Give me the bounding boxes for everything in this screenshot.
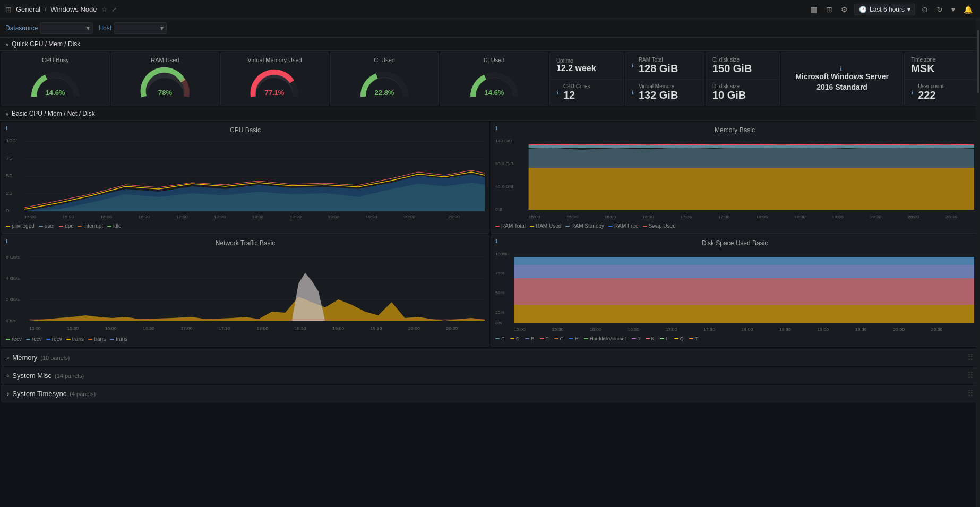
misc-dots-icon[interactable]: ⠿ <box>967 371 974 381</box>
memory-chart-info-icon: ℹ <box>495 125 497 131</box>
c-used-panel: C: Used 22.8% <box>330 52 439 106</box>
user-count-row: ℹ User count 222 <box>905 80 978 106</box>
c-disk-value: 150 GiB <box>712 63 752 75</box>
timesync-chevron: › <box>7 390 9 398</box>
host-select[interactable] <box>114 22 167 34</box>
timezone-label: Time zone <box>911 57 935 63</box>
svg-text:20:30: 20:30 <box>931 328 943 332</box>
svg-text:17:30: 17:30 <box>718 215 730 219</box>
bar-chart-icon[interactable]: ▥ <box>809 3 820 16</box>
svg-text:18:30: 18:30 <box>290 215 302 219</box>
timesync-dots-icon[interactable]: ⠿ <box>967 389 974 399</box>
info-icon-ram: ℹ <box>632 63 634 68</box>
more-options-icon[interactable]: ▾ <box>949 3 957 16</box>
quick-section-header[interactable]: ∨ Quick CPU / Mem / Disk <box>0 38 980 51</box>
cpu-legend: privileged user dpc interrupt idle <box>6 221 485 229</box>
scrollbar-thumb[interactable] <box>977 30 979 93</box>
svg-text:19:00: 19:00 <box>817 328 829 332</box>
charts-row-1: ℹ CPU Basic 100 75 50 25 0 <box>1 122 979 234</box>
svg-text:15:00: 15:00 <box>29 326 41 331</box>
windows-server-panel: ℹ Microsoft Windows Server 2016 Standard <box>781 52 903 106</box>
memory-legend: RAM Total RAM Used RAM Standby RAM Free … <box>495 221 974 229</box>
d-used-panel: D: Used 14.6% <box>440 52 548 106</box>
network-chart-title: Network Traffic Basic <box>6 239 485 247</box>
timesync-section-row[interactable]: › System Timesync (4 panels) ⠿ <box>1 385 979 402</box>
svg-text:15:30: 15:30 <box>67 326 79 331</box>
svg-text:16:30: 16:30 <box>143 326 155 331</box>
cpu-busy-title: CPU Busy <box>42 57 69 63</box>
share-icon[interactable]: ⤢ <box>111 6 117 13</box>
windows-combined: ℹ Microsoft Windows Server 2016 Standard… <box>781 52 979 106</box>
timezone-row: Time zone MSK <box>905 53 978 80</box>
svg-text:77.1%: 77.1% <box>265 89 285 97</box>
svg-text:17:00: 17:00 <box>180 326 193 331</box>
disk-chart-info-icon: ℹ <box>495 238 497 244</box>
cpu-cores-label: CPU Cores <box>563 83 590 89</box>
svg-text:19:00: 19:00 <box>328 215 340 219</box>
network-chart-info-icon: ℹ <box>6 238 8 244</box>
svg-marker-37 <box>529 168 974 210</box>
timezone-value: MSK <box>911 63 935 75</box>
memory-dots-icon[interactable]: ⠿ <box>967 353 974 363</box>
svg-text:15:00: 15:00 <box>24 215 37 219</box>
ram-used-svg: 78% <box>139 67 192 99</box>
svg-text:14.6%: 14.6% <box>484 89 504 97</box>
d-disk-value: 10 GiB <box>712 89 746 101</box>
svg-text:100: 100 <box>6 138 16 143</box>
misc-section-label: System Misc <box>12 372 51 380</box>
basic-section-title: Basic CPU / Mem / Net / Disk <box>12 110 95 117</box>
refresh-icon[interactable]: ↻ <box>934 3 945 16</box>
svg-text:0: 0 <box>6 208 10 213</box>
zoom-out-icon[interactable]: ⊖ <box>919 3 930 16</box>
svg-text:20:00: 20:00 <box>908 215 920 219</box>
table-icon[interactable]: ⊞ <box>824 3 835 16</box>
svg-text:16:00: 16:00 <box>604 215 616 219</box>
legend-recv-1: recv <box>6 336 22 342</box>
legend-k: K: <box>646 336 656 341</box>
time-range-picker[interactable]: 🕐 Last 6 hours ▾ <box>854 4 915 15</box>
svg-text:17:00: 17:00 <box>666 328 678 332</box>
star-icon[interactable]: ☆ <box>101 6 107 13</box>
d-used-title: D: Used <box>484 57 505 63</box>
windows-title: Microsoft Windows Server 2016 Standard <box>787 72 897 92</box>
svg-text:78%: 78% <box>158 89 172 97</box>
uptime-cpucores-panel: Uptime 12.2 week ℹ CPU Cores 12 <box>549 52 624 106</box>
svg-text:19:30: 19:30 <box>855 328 867 332</box>
c-used-title: C: Used <box>374 57 395 63</box>
svg-text:19:30: 19:30 <box>870 215 882 219</box>
svg-text:16:30: 16:30 <box>138 215 150 219</box>
grid-icon[interactable]: ⊞ <box>5 5 12 14</box>
svg-text:20:30: 20:30 <box>446 326 458 331</box>
virtual-memory-info-label: Virtual Memory <box>639 83 678 89</box>
scrollbar[interactable] <box>976 19 980 403</box>
svg-marker-84 <box>514 305 974 323</box>
datasource-select[interactable] <box>40 22 93 34</box>
svg-text:17:30: 17:30 <box>219 326 231 331</box>
svg-text:93.1 GiB: 93.1 GiB <box>495 162 513 166</box>
topbar-left: ⊞ General / Windows Node ☆ ⤢ <box>5 5 803 14</box>
legend-recv-3: recv <box>46 336 62 342</box>
alert-icon[interactable]: 🔔 <box>961 3 975 16</box>
svg-text:25: 25 <box>6 191 13 196</box>
basic-section-header[interactable]: ∨ Basic CPU / Mem / Net / Disk <box>0 107 980 121</box>
host-label: Host <box>98 24 111 32</box>
svg-text:15:00: 15:00 <box>529 215 541 219</box>
svg-text:15:30: 15:30 <box>552 328 564 332</box>
network-basic-panel: ℹ Network Traffic Basic 6 Gb/s 4 Gb/s 2 … <box>1 235 489 347</box>
svg-marker-87 <box>514 257 974 265</box>
system-misc-section-row[interactable]: › System Misc (14 panels) ⠿ <box>1 367 979 384</box>
ram-total-row: ℹ RAM Total 128 GiB <box>625 53 704 80</box>
quick-section-chevron: ∨ <box>5 41 9 47</box>
breadcrumb: General / Windows Node <box>16 5 97 13</box>
svg-text:16:30: 16:30 <box>642 215 655 219</box>
user-count-value: 222 <box>918 89 943 101</box>
svg-text:18:00: 18:00 <box>756 215 768 219</box>
cpu-chart-title: CPU Basic <box>6 126 485 134</box>
charts-row-2: ℹ Network Traffic Basic 6 Gb/s 4 Gb/s 2 … <box>1 235 979 347</box>
legend-dot-privileged <box>6 226 10 227</box>
gear-icon[interactable]: ⚙ <box>839 3 850 16</box>
memory-section-row[interactable]: › Memory (10 panels) ⠿ <box>1 349 979 366</box>
legend-t: T: <box>689 336 699 341</box>
cpu-chart-svg: 100 75 50 25 0 <box>6 136 485 221</box>
c-disk-row: C: disk size 150 GiB <box>706 53 779 80</box>
